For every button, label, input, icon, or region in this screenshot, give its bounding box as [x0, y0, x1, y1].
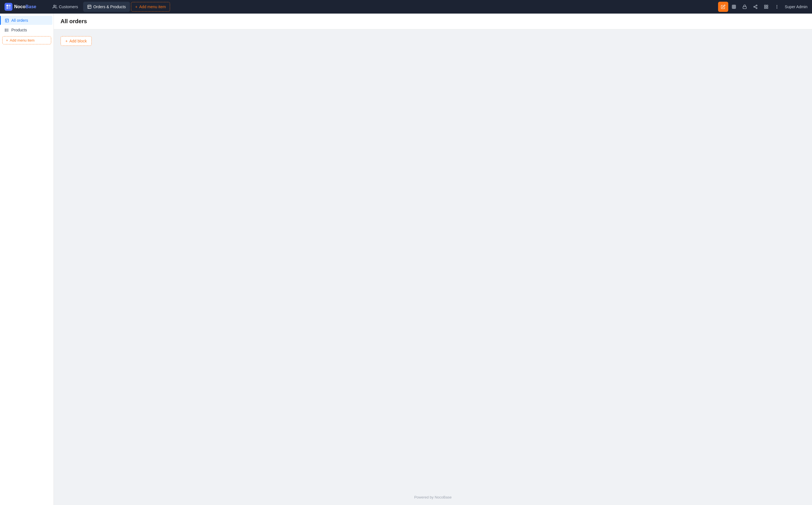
svg-rect-1	[9, 5, 11, 7]
svg-point-19	[777, 8, 777, 8]
add-block-button[interactable]: + Add block	[60, 36, 92, 46]
svg-rect-20	[5, 19, 8, 22]
nav-customers[interactable]: Customers	[49, 2, 82, 12]
all-orders-icon	[5, 18, 9, 23]
main-content: All orders + Add block Powered by NocoBa…	[54, 14, 812, 505]
svg-rect-3	[9, 7, 11, 9]
svg-rect-13	[765, 5, 766, 6]
products-label: Products	[11, 28, 27, 32]
svg-rect-14	[767, 5, 768, 6]
svg-line-11	[755, 7, 756, 8]
customers-label: Customers	[59, 5, 78, 9]
orders-icon	[87, 5, 92, 9]
orders-products-label: Orders & Products	[93, 5, 126, 9]
svg-rect-0	[6, 5, 8, 7]
table-icon-btn[interactable]	[729, 2, 739, 12]
topbar: NocoBase Customers Orders & Products +	[0, 0, 812, 14]
svg-point-18	[777, 6, 777, 7]
sidebar: All orders Products + Add menu item	[0, 14, 54, 505]
powered-by: Powered by NocoBase	[414, 495, 451, 499]
page-body: + Add block Powered by NocoBase	[54, 29, 812, 505]
nav-right-buttons: Super Admin	[718, 2, 810, 12]
nav-add-menu-item[interactable]: + Add menu item	[131, 2, 170, 12]
products-icon	[5, 28, 9, 32]
logo-text: NocoBase	[14, 4, 36, 9]
svg-point-26	[5, 31, 5, 31]
add-block-label: Add block	[69, 39, 87, 43]
share-icon-btn[interactable]	[750, 2, 761, 12]
logo-base: Base	[25, 4, 36, 9]
svg-rect-15	[765, 7, 766, 8]
main-layout: All orders Products + Add menu item	[0, 14, 812, 505]
sidebar-add-plus-icon: +	[6, 38, 8, 42]
more-icon-btn[interactable]	[772, 2, 782, 12]
page-header: All orders	[54, 14, 812, 29]
page-title: All orders	[60, 18, 805, 25]
all-orders-label: All orders	[11, 18, 28, 23]
sidebar-add-menu-label: Add menu item	[10, 38, 34, 42]
svg-point-25	[5, 30, 5, 30]
svg-point-9	[754, 6, 755, 7]
lock-icon-btn[interactable]	[739, 2, 750, 12]
svg-rect-5	[88, 5, 91, 8]
sidebar-add-menu-item[interactable]: + Add menu item	[2, 36, 51, 44]
svg-point-24	[5, 29, 5, 29]
customers-icon	[52, 5, 57, 9]
add-block-plus-icon: +	[65, 39, 67, 43]
layout-icon-btn[interactable]	[761, 2, 771, 12]
svg-point-17	[777, 5, 777, 6]
svg-rect-2	[6, 7, 8, 9]
nav-orders-products[interactable]: Orders & Products	[83, 2, 130, 12]
logo-noco: Noco	[14, 4, 25, 9]
user-label[interactable]: Super Admin	[783, 5, 810, 9]
logo-area[interactable]: NocoBase	[2, 3, 47, 11]
sidebar-item-products[interactable]: Products	[1, 25, 52, 34]
svg-point-4	[53, 5, 55, 6]
add-menu-label: Add menu item	[139, 5, 166, 9]
svg-rect-16	[767, 7, 768, 8]
svg-line-12	[755, 6, 756, 6]
svg-point-8	[756, 5, 757, 6]
svg-rect-6	[732, 5, 735, 8]
add-menu-plus-icon: +	[135, 5, 137, 9]
svg-point-10	[756, 8, 757, 9]
edit-icon-btn[interactable]	[718, 2, 728, 12]
sidebar-item-all-orders[interactable]: All orders	[1, 16, 52, 25]
logo-icon	[5, 3, 12, 11]
svg-rect-7	[743, 6, 747, 8]
